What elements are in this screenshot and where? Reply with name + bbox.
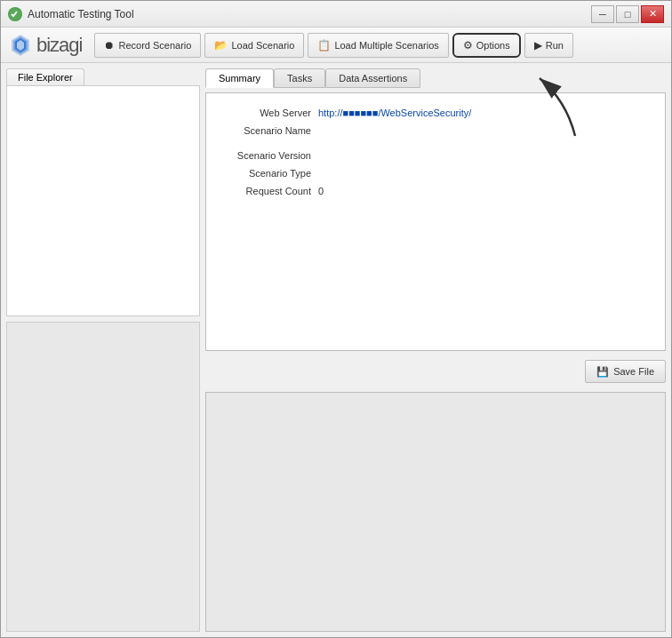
tab-summary[interactable]: Summary [205, 68, 274, 88]
tab-tasks[interactable]: Tasks [274, 68, 325, 88]
logo-text: bizagi [36, 34, 82, 57]
file-explorer-tab[interactable]: File Explorer [6, 68, 84, 85]
scenario-version-label: Scenario Version [220, 150, 318, 161]
request-count-field: Request Count 0 [220, 186, 651, 196]
request-count-label: Request Count [220, 186, 318, 196]
scenario-type-field: Scenario Type [220, 168, 651, 179]
left-panel: File Explorer [1, 63, 205, 637]
options-btn-label: Options [476, 40, 510, 51]
load-icon: 📂 [214, 39, 228, 52]
tab-content-summary: Web Server http://■■■■■■/WebServiceSecur… [205, 92, 666, 351]
main-content: File Explorer Summary [1, 63, 671, 637]
left-bottom-panel [6, 322, 200, 632]
tabs-container: Summary Tasks Data Assertions [205, 68, 666, 88]
save-file-label: Save File [613, 366, 654, 377]
large-bottom-panel [205, 392, 666, 632]
record-icon: ⏺ [104, 39, 115, 52]
save-file-button[interactable]: 💾 Save File [585, 360, 666, 383]
save-area: 💾 Save File [205, 356, 666, 387]
close-button[interactable]: ✕ [641, 5, 664, 23]
scenario-name-label: Scenario Name [220, 125, 318, 136]
load-multiple-btn-label: Load Multiple Scenarios [334, 40, 438, 51]
load-multiple-icon: 📋 [317, 39, 331, 52]
main-window: Automatic Testing Tool ─ □ ✕ bizagi ⏺ Re… [0, 0, 672, 638]
scenario-name-field: Scenario Name [220, 125, 651, 136]
title-bar-left: Automatic Testing Tool [8, 7, 134, 21]
title-bar: Automatic Testing Tool ─ □ ✕ [1, 1, 671, 28]
options-button[interactable]: ⚙ Options [452, 33, 521, 58]
file-explorer-box [6, 85, 200, 316]
web-server-label: Web Server [220, 108, 318, 118]
right-panel-wrapper: Summary Tasks Data Assertions Web Server… [205, 63, 671, 637]
scenario-type-label: Scenario Type [220, 168, 318, 179]
load-multiple-scenarios-button[interactable]: 📋 Load Multiple Scenarios [308, 33, 448, 58]
web-server-value: http://■■■■■■/WebServiceSecurity/ [318, 108, 471, 118]
scenario-version-field: Scenario Version [220, 150, 651, 161]
record-scenario-button[interactable]: ⏺ Record Scenario [94, 33, 201, 58]
tab-data-assertions[interactable]: Data Assertions [325, 68, 420, 88]
run-button[interactable]: ▶ Run [524, 33, 573, 58]
run-btn-label: Run [546, 40, 564, 51]
save-icon: 💾 [596, 366, 609, 378]
minimize-button[interactable]: ─ [591, 5, 614, 23]
options-icon: ⚙ [463, 39, 473, 52]
load-scenario-button[interactable]: 📂 Load Scenario [204, 33, 304, 58]
file-explorer-section: File Explorer [6, 68, 200, 316]
toolbar: bizagi ⏺ Record Scenario 📂 Load Scenario… [1, 28, 671, 63]
title-bar-controls: ─ □ ✕ [591, 5, 664, 23]
request-count-value: 0 [318, 186, 324, 196]
maximize-button[interactable]: □ [616, 5, 639, 23]
load-btn-label: Load Scenario [231, 40, 294, 51]
logo: bizagi [8, 33, 82, 58]
web-server-field: Web Server http://■■■■■■/WebServiceSecur… [220, 108, 651, 118]
window-title: Automatic Testing Tool [28, 8, 134, 20]
record-btn-label: Record Scenario [118, 40, 191, 51]
app-icon [8, 7, 22, 21]
run-icon: ▶ [534, 39, 542, 52]
